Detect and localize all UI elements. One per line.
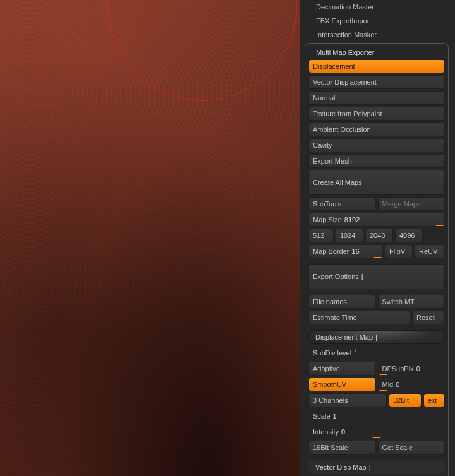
export-options-bar: | (361, 273, 363, 280)
displacement-map-label: Displacement Map (315, 333, 373, 341)
map-size-slider[interactable]: Map Size8192 (308, 213, 445, 227)
mid-tick (379, 390, 387, 391)
map-size-tick (435, 225, 444, 227)
dpsubpix-slider[interactable]: DPSubPix0 (378, 362, 446, 376)
map-border-tick (373, 257, 382, 258)
tab-vector-displacement[interactable]: Vector Displacement (308, 75, 445, 89)
export-options-label: Export Options (313, 273, 359, 280)
scale-label: Scale (313, 412, 331, 420)
reuv-button[interactable]: ReUV (415, 244, 445, 258)
size-2048-button[interactable]: 2048 (365, 229, 393, 242)
map-size-value: 8192 (344, 216, 360, 223)
size-512-button[interactable]: 512 (308, 229, 334, 242)
map-border-label: Map Border (313, 247, 349, 255)
divider-bar: | (375, 333, 377, 341)
switch-mt-button[interactable]: Switch MT (378, 295, 446, 309)
plugin-intersection-masker[interactable]: Intersection Masker (305, 28, 449, 42)
3-channels-button[interactable]: 3 Channels (308, 393, 387, 407)
create-all-maps-button[interactable]: Create All Maps (308, 170, 445, 195)
scale-value: 1 (333, 412, 337, 420)
size-4096-button[interactable]: 4096 (395, 229, 423, 242)
subtools-button[interactable]: SubTools (308, 197, 376, 211)
intensity-value: 0 (341, 428, 345, 436)
vector-disp-map-header[interactable]: Vector Disp Map| (308, 460, 445, 474)
intensity-slider[interactable]: Intensity0 (308, 425, 445, 439)
mid-label: Mid (382, 381, 394, 388)
dpsubpix-tick (379, 374, 387, 376)
vector-disp-map-label: Vector Disp Map (315, 463, 367, 471)
32bit-button[interactable]: 32Bit (389, 393, 422, 407)
merge-maps-button[interactable]: Merge Maps (378, 197, 446, 211)
map-border-value: 16 (351, 247, 359, 255)
tab-export-mesh[interactable]: Export Mesh (308, 154, 445, 168)
estimate-time-button[interactable]: Estimate Time (308, 311, 410, 324)
16bit-scale-button[interactable]: 16Bit Scale (308, 441, 376, 455)
intensity-tick (372, 437, 381, 439)
mid-value: 0 (396, 381, 399, 388)
subdiv-level-slider[interactable]: SubDiv level1 (308, 346, 445, 360)
tab-displacement[interactable]: Displacement (308, 59, 445, 73)
exr-button[interactable]: exr (423, 393, 445, 407)
plugin-decimation-master[interactable]: Decimation Master (305, 0, 449, 14)
plugin-fbx-exportimport[interactable]: FBX ExportImport (305, 14, 449, 28)
divider-bar: | (369, 463, 371, 471)
subdiv-tick (309, 359, 318, 360)
scale-slider[interactable]: Scale1 (308, 409, 445, 423)
viewport-3d[interactable] (0, 0, 300, 476)
tab-cavity[interactable]: Cavity (308, 138, 445, 152)
smoothuv-button[interactable]: SmoothUV (308, 378, 376, 391)
flipv-button[interactable]: FlipV (385, 244, 413, 258)
reset-button[interactable]: Reset (412, 311, 445, 324)
adaptive-button[interactable]: Adaptive (308, 362, 376, 376)
file-names-button[interactable]: File names (308, 295, 376, 309)
export-options-header[interactable]: Export Options| (308, 264, 445, 289)
brush-cursor (107, 0, 297, 101)
zplugin-sidebar: Decimation Master FBX ExportImport Inter… (300, 0, 455, 476)
multi-map-exporter-panel: Multi Map Exporter Displacement Vector D… (305, 43, 449, 476)
subdiv-level-label: SubDiv level (313, 349, 351, 357)
dpsubpix-value: 0 (416, 365, 420, 372)
map-size-label: Map Size (313, 216, 342, 223)
dpsubpix-label: DPSubPix (382, 365, 414, 372)
tab-texture-from-polypaint[interactable]: Texture from Polypaint (308, 107, 445, 121)
displacement-map-header[interactable]: Displacement Map| (308, 330, 445, 344)
get-scale-button[interactable]: Get Scale (378, 441, 446, 455)
tab-ambient-occlusion[interactable]: Ambient Occlusion (308, 122, 445, 136)
intensity-label: Intensity (313, 428, 339, 436)
multi-map-exporter-header[interactable]: Multi Map Exporter (308, 45, 445, 59)
subdiv-level-value: 1 (354, 349, 358, 357)
mid-slider[interactable]: Mid0 (378, 378, 446, 391)
tab-normal[interactable]: Normal (308, 91, 445, 105)
map-border-slider[interactable]: Map Border16 (308, 244, 383, 258)
size-1024-button[interactable]: 1024 (336, 229, 363, 242)
